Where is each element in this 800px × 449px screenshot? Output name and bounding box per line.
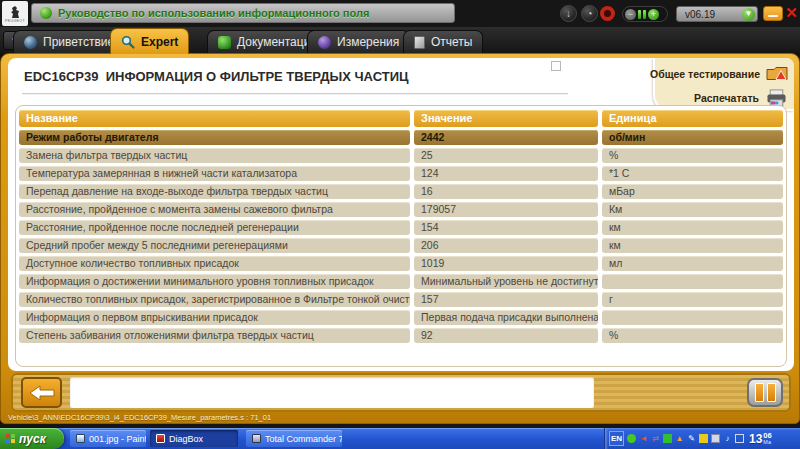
tray-speaker-icon[interactable]: ♪	[723, 434, 732, 443]
row-value: 92	[414, 328, 598, 343]
row-name: Расстояние, пройденное после последней р…	[19, 220, 410, 235]
tray-pencil-icon[interactable]: ✎	[687, 434, 696, 443]
tab-label: Expert	[141, 35, 178, 49]
tray-green-dot-icon[interactable]	[627, 434, 636, 443]
row-value: 179057	[414, 202, 598, 217]
language-indicator[interactable]: EN	[609, 431, 624, 446]
taskbar-item-paintnet[interactable]: 001.jpg - Paint.NET v...	[70, 430, 146, 447]
row-name: Количество топливных присадок, зарегистр…	[19, 292, 410, 307]
reports-icon	[414, 36, 425, 49]
volume-down-icon[interactable]: −	[625, 9, 636, 20]
row-unit: об/мин	[602, 130, 783, 145]
general-test-label: Общее тестирование	[650, 68, 760, 80]
start-button[interactable]: пуск	[0, 428, 64, 449]
row-value: 157	[414, 292, 598, 307]
tab-label: Приветствие	[43, 35, 114, 49]
update-icon[interactable]: ▼	[742, 8, 755, 21]
download-icon[interactable]: ↓	[560, 5, 577, 22]
title-separator	[22, 93, 568, 95]
tab-privetstvie[interactable]: Приветствие	[13, 30, 125, 53]
tray-alert-icon[interactable]: ◄	[639, 434, 648, 443]
tab-otchety[interactable]: Отчеты	[403, 30, 483, 53]
action-panel: Общее тестирование Распечатать	[653, 58, 794, 111]
windows-flag-icon	[6, 434, 15, 443]
clock-sub: Ма	[763, 439, 771, 445]
globe-icon	[24, 36, 37, 49]
volume-level-bar	[643, 10, 646, 19]
page-title: EDC16CP39 ИНФОРМАЦИЯ О ФИЛЬТРЕ ТВЕРДЫХ Ч…	[24, 69, 409, 84]
table-row[interactable]: Перепад давление на входе-выходе фильтра…	[19, 184, 783, 199]
tray-green-square-icon[interactable]	[663, 434, 672, 443]
table-row[interactable]: Количество топливных присадок, зарегистр…	[19, 292, 783, 307]
row-unit: мБар	[602, 184, 783, 199]
pause-button[interactable]	[747, 378, 783, 407]
pause-bar-icon	[755, 383, 764, 402]
peugeot-logo: PEUGEOT	[2, 1, 28, 26]
table-row[interactable]: Расстояние, пройденное после последней р…	[19, 220, 783, 235]
bottom-toolbar	[11, 373, 791, 412]
table-row[interactable]: Средний пробег между 5 последними регене…	[19, 238, 783, 253]
volume-control[interactable]: − +	[622, 6, 668, 22]
clock-hour: 13	[749, 432, 762, 446]
diagbox-icon	[156, 434, 165, 443]
task-label: 001.jpg - Paint.NET v...	[89, 434, 146, 444]
row-unit: %	[602, 328, 783, 343]
tab-label: Документация	[237, 35, 317, 49]
taskbar: пуск 001.jpg - Paint.NET v... DiagBox To…	[0, 428, 800, 449]
taskbar-item-totalcommander[interactable]: Total Commander 7.5...	[246, 430, 342, 447]
table-row[interactable]: Степень забивания отложениями фильтра тв…	[19, 328, 783, 343]
close-button[interactable]: ✕	[784, 4, 799, 22]
row-value: Первая подача присадки выполнена	[414, 310, 598, 325]
back-button[interactable]	[21, 377, 62, 408]
table-row[interactable]: Расстояние, пройденное с момента замены …	[19, 202, 783, 217]
table-row[interactable]: Температура замерянная в нижней части ка…	[19, 166, 783, 181]
folder-warning-icon	[766, 65, 788, 82]
table-row[interactable]: Доступное количество топливных присадок …	[19, 256, 783, 271]
row-unit: *1 C	[602, 166, 783, 181]
row-name: Доступное количество топливных присадок	[19, 256, 410, 271]
table-row[interactable]: Замена фильтра твердых частиц 25 %	[19, 148, 783, 163]
task-label: Total Commander 7.5...	[265, 434, 342, 444]
version-label: v06.19	[685, 9, 715, 20]
record-icon[interactable]	[600, 6, 615, 21]
row-name: Средний пробег между 5 последними регене…	[19, 238, 410, 253]
tray-upload-icon[interactable]: ▲	[675, 434, 684, 443]
row-value: Минимальный уровень не достигнут	[414, 274, 598, 289]
tab-izmereniya[interactable]: Измерения	[307, 30, 410, 53]
totalcommander-icon	[252, 434, 261, 443]
message-area[interactable]	[70, 377, 594, 408]
row-unit	[602, 310, 783, 325]
print-label: Распечатать	[694, 92, 759, 104]
tab-label: Отчеты	[431, 35, 472, 49]
row-name: Информация о первом впрыскивании присадо…	[19, 310, 410, 325]
general-test-button[interactable]: Общее тестирование	[650, 65, 788, 82]
row-unit: г	[602, 292, 783, 307]
row-name: Расстояние, пройденное с момента замены …	[19, 202, 410, 217]
tab-bar: ▾ Приветствие Expert Документация Измере…	[0, 27, 800, 53]
table-row[interactable]: Режим работы двигателя 2442 об/мин	[19, 130, 783, 145]
header-unit: Единица	[602, 110, 783, 127]
row-name: Информация о достижении минимального уро…	[19, 274, 410, 289]
parameters-table: Название Значение Единица Режим работы д…	[15, 105, 787, 367]
tray-clock[interactable]: 13 06 Ма	[749, 432, 772, 446]
tray-battery-icon[interactable]	[735, 434, 744, 443]
tray-network-icon[interactable]	[711, 434, 720, 443]
row-value: 25	[414, 148, 598, 163]
page-title-text: ИНФОРМАЦИЯ О ФИЛЬТРЕ ТВЕРДЫХ ЧАСТИЦ	[106, 69, 409, 84]
app-window: PEUGEOT Руководство по использованию инф…	[0, 0, 800, 449]
taskbar-item-diagbox[interactable]: DiagBox	[150, 430, 238, 447]
volume-up-icon[interactable]: +	[648, 9, 659, 20]
volume-level-bar	[638, 10, 641, 19]
minimize-button[interactable]	[763, 6, 783, 21]
tray-note-icon[interactable]	[699, 434, 708, 443]
checkbox[interactable]	[551, 61, 561, 71]
tray-sync-icon[interactable]: ⇄	[651, 434, 660, 443]
table-row[interactable]: Информация о первом впрыскивании присадо…	[19, 310, 783, 325]
gauge-icon[interactable]: ◔	[581, 5, 598, 22]
tab-expert[interactable]: Expert	[110, 28, 189, 54]
clock-minute: 06	[763, 432, 771, 439]
status-path: Vehicle\3_ANN\EDC16CP39\3_i4_EDC16CP39_M…	[8, 413, 271, 422]
version-indicator: v06.19 ▼	[676, 6, 758, 22]
logo-text: PEUGEOT	[5, 19, 25, 23]
table-row[interactable]: Информация о достижении минимального уро…	[19, 274, 783, 289]
